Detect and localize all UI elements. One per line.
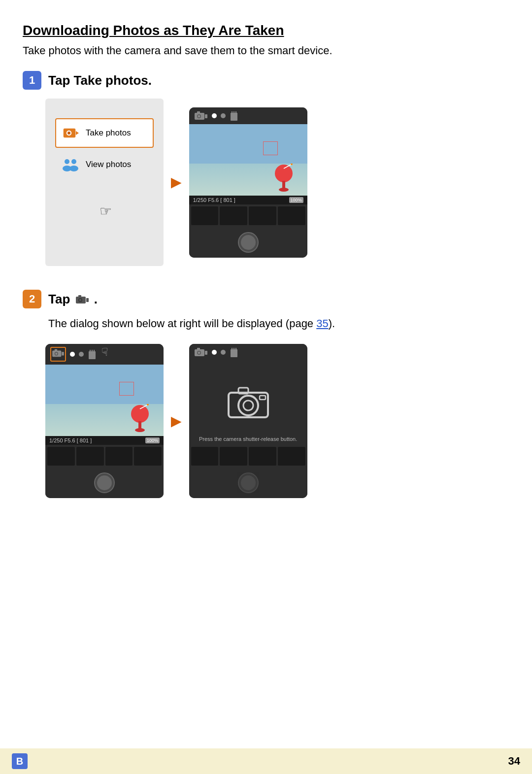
svg-rect-16 xyxy=(235,111,236,114)
cursor-hand-topbar: ☟ xyxy=(101,346,108,359)
thumb11 xyxy=(249,447,276,466)
waiting-topbar xyxy=(189,344,307,361)
thumb8 xyxy=(134,447,162,466)
svg-marker-3 xyxy=(76,131,79,135)
svg-rect-49 xyxy=(235,348,236,350)
svg-rect-32 xyxy=(89,351,96,359)
camera-viewfinder-screen2: ☟ 1/250 F5.6 [ 801 ] 100% xyxy=(45,344,164,498)
svg-rect-45 xyxy=(205,351,207,355)
step2-header: 2 Tap . xyxy=(23,290,509,308)
step1-screens: Take photos View photos ☞ ► xyxy=(45,99,509,266)
camera-icon-topbar3 xyxy=(194,347,208,358)
svg-rect-30 xyxy=(55,349,57,351)
svg-rect-54 xyxy=(260,396,266,400)
thumb2 xyxy=(220,206,247,225)
page-footer: B 34 xyxy=(0,748,532,774)
sd-card-icon3 xyxy=(230,347,238,357)
camera-thumbnails3 xyxy=(189,445,307,468)
view-photos-menu-item[interactable]: View photos xyxy=(55,152,154,177)
svg-rect-11 xyxy=(197,111,200,113)
svg-rect-35 xyxy=(94,350,95,352)
step2-screens: ☟ 1/250 F5.6 [ 801 ] 100% xyxy=(45,344,509,498)
camera-shutter-bar2 xyxy=(45,468,164,498)
shutter-button3 xyxy=(238,472,259,493)
battery-badge1: 100% xyxy=(289,197,303,203)
tap-camera-icon xyxy=(75,294,89,306)
battery-badge2: 100% xyxy=(145,437,160,443)
svg-rect-48 xyxy=(233,348,234,350)
svg-rect-12 xyxy=(205,114,207,118)
focus-box1 xyxy=(263,141,278,155)
svg-rect-25 xyxy=(78,295,81,297)
svg-rect-13 xyxy=(231,113,237,121)
arrow-between-screens: ► xyxy=(164,172,189,193)
take-photos-menu-item[interactable]: Take photos xyxy=(55,118,154,148)
thumb7 xyxy=(105,447,133,466)
cocktail-image2 xyxy=(127,404,154,436)
sd-card-icon1 xyxy=(230,111,238,121)
sd-card-icon2 xyxy=(88,349,97,359)
camera-viewfinder2 xyxy=(45,365,164,436)
waiting-content xyxy=(189,361,307,432)
camera-viewfinder-screen1: 1/250 F5.6 [ 801 ] 100% xyxy=(189,107,307,258)
take-photos-icon xyxy=(63,125,79,141)
svg-point-43 xyxy=(198,352,200,354)
svg-rect-47 xyxy=(232,348,233,350)
svg-point-7 xyxy=(69,166,78,171)
cursor-hand-icon: ☞ xyxy=(100,203,112,219)
page-title: Downloading Photos as They Are Taken xyxy=(23,23,509,38)
shutter-button1[interactable] xyxy=(238,232,259,253)
svg-point-19 xyxy=(279,188,289,192)
camera-topbar2: ☟ xyxy=(45,344,164,365)
thumb10 xyxy=(220,447,247,466)
focus-box2 xyxy=(119,382,134,396)
svg-rect-14 xyxy=(232,111,233,114)
camera-viewfinder1 xyxy=(189,124,307,196)
svg-point-29 xyxy=(55,353,58,355)
thumb5 xyxy=(47,447,75,466)
camera-thumbnails1 xyxy=(189,204,307,227)
take-photos-label: Take photos xyxy=(86,128,131,138)
view-photos-label: View photos xyxy=(86,160,131,169)
viewfinder-bg2 xyxy=(45,365,164,436)
thumb3 xyxy=(249,206,276,225)
topbar-dot2 xyxy=(221,113,226,118)
cocktail-image1 xyxy=(270,164,298,196)
step2-badge: 2 xyxy=(23,290,41,308)
menu-screen: Take photos View photos ☞ xyxy=(45,99,164,266)
camera-shutter-bar3 xyxy=(189,468,307,498)
camera-topbar1 xyxy=(189,107,307,124)
camera-icon-topbar1 xyxy=(194,110,208,121)
arrow-between-screens2: ► xyxy=(164,411,189,432)
step2-section: 2 Tap . The dialog shown below at right … xyxy=(23,290,509,498)
waiting-screen: Press the camera shutter-release button. xyxy=(189,344,307,498)
camera-infobar1: 1/250 F5.6 [ 801 ] 100% xyxy=(189,196,307,204)
step1-header: 1 Tap Take photos. xyxy=(23,71,509,90)
step2-label: Tap . xyxy=(48,292,98,307)
svg-point-52 xyxy=(243,401,253,410)
camera-icon-topbar2 xyxy=(52,348,65,358)
page-link[interactable]: 35 xyxy=(316,317,328,330)
svg-rect-15 xyxy=(233,111,234,114)
svg-rect-46 xyxy=(231,349,237,357)
footer-b-badge: B xyxy=(12,753,28,769)
svg-point-4 xyxy=(65,159,69,164)
step1-label: Tap Take photos. xyxy=(48,73,152,88)
big-camera-icon xyxy=(226,383,270,420)
thumb9 xyxy=(191,447,219,466)
step2-desc: The dialog shown below at right will be … xyxy=(48,317,509,330)
shutter-button2[interactable] xyxy=(94,472,115,493)
camera-infobar2: 1/250 F5.6 [ 801 ] 100% xyxy=(45,436,164,445)
svg-rect-44 xyxy=(197,348,200,350)
viewfinder-bg1 xyxy=(189,124,307,196)
svg-rect-33 xyxy=(90,350,91,352)
svg-point-10 xyxy=(198,115,200,117)
view-photos-icon xyxy=(62,158,79,171)
svg-rect-31 xyxy=(62,352,64,355)
camera-thumbnails2 xyxy=(45,445,164,468)
topbar-dot-active2 xyxy=(70,352,75,357)
topbar-dot4 xyxy=(221,350,226,355)
svg-point-17 xyxy=(275,165,293,182)
svg-point-6 xyxy=(71,159,76,164)
camera-shutter-bar1 xyxy=(189,227,307,258)
